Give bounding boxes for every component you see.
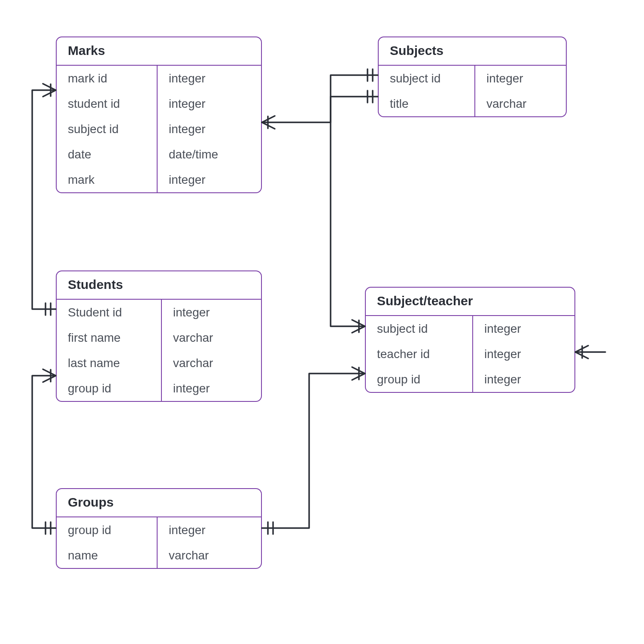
field-type: varchar xyxy=(162,325,261,350)
svg-line-24 xyxy=(352,374,365,380)
svg-line-18 xyxy=(352,320,365,326)
rel-subjects-marks xyxy=(262,69,378,129)
field-name: name xyxy=(57,543,157,568)
field-name: group id xyxy=(57,517,157,543)
field-name: last name xyxy=(57,350,161,376)
field-name: group id xyxy=(366,367,472,392)
field-name: group id xyxy=(57,376,161,401)
entity-title: Marks xyxy=(57,37,261,66)
field-name: mark id xyxy=(57,66,157,91)
svg-line-26 xyxy=(575,346,588,352)
field-name: subject id xyxy=(57,116,157,142)
svg-line-9 xyxy=(262,122,275,129)
field-type: integer xyxy=(473,316,574,341)
entity-subjects: Subjects subject id title integer varcha… xyxy=(378,36,567,117)
entity-subject-teacher: Subject/teacher subject id teacher id gr… xyxy=(365,287,575,393)
entity-title: Subjects xyxy=(379,37,566,66)
field-type: date/time xyxy=(158,142,261,167)
field-name: title xyxy=(379,91,474,116)
field-name: first name xyxy=(57,325,161,350)
entity-groups: Groups group id name integer varchar xyxy=(56,488,262,569)
rel-groups-students xyxy=(32,369,56,534)
rel-students-marks xyxy=(32,84,56,315)
svg-line-19 xyxy=(352,326,365,333)
field-type: integer xyxy=(473,367,574,392)
field-type: integer xyxy=(158,91,261,116)
field-type: integer xyxy=(158,116,261,142)
entity-title: Students xyxy=(57,271,261,300)
svg-line-13 xyxy=(43,369,56,376)
field-type: integer xyxy=(475,66,566,91)
field-type: integer xyxy=(158,66,261,91)
svg-line-8 xyxy=(262,116,275,122)
field-type: integer xyxy=(158,167,261,192)
field-type: integer xyxy=(162,300,261,325)
field-name: Student id xyxy=(57,300,161,325)
entity-marks: Marks mark id student id subject id date… xyxy=(56,36,262,193)
entity-students: Students Student id first name last name… xyxy=(56,270,262,402)
field-type: integer xyxy=(158,517,261,543)
svg-line-3 xyxy=(43,84,56,90)
svg-line-14 xyxy=(43,376,56,382)
svg-line-4 xyxy=(43,90,56,97)
entity-title: Subject/teacher xyxy=(366,288,574,316)
field-type: integer xyxy=(162,376,261,401)
field-type: varchar xyxy=(162,350,261,376)
field-name: teacher id xyxy=(366,341,472,367)
field-type: varchar xyxy=(475,91,566,116)
field-name: student id xyxy=(57,91,157,116)
field-type: integer xyxy=(473,341,574,367)
entity-title: Groups xyxy=(57,489,261,517)
field-type: varchar xyxy=(158,543,261,568)
rel-teachers-subjectteacher xyxy=(575,346,605,358)
field-name: mark xyxy=(57,167,157,192)
svg-line-27 xyxy=(575,352,588,358)
svg-line-23 xyxy=(352,367,365,374)
field-name: subject id xyxy=(379,66,474,91)
rel-groups-subjectteacher xyxy=(262,367,365,534)
field-name: date xyxy=(57,142,157,167)
field-name: subject id xyxy=(366,316,472,341)
